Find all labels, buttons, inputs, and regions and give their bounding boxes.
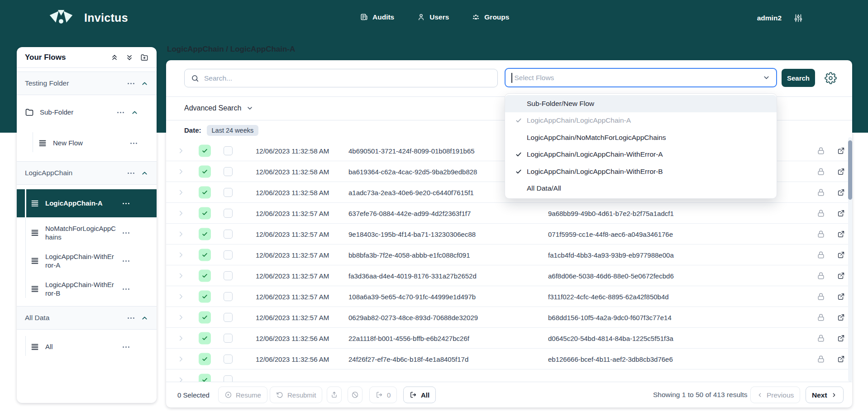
row-expand-chevron-icon[interactable]: [177, 209, 185, 217]
resume-button[interactable]: Resume: [218, 387, 267, 403]
chevron-down-icon[interactable]: [763, 74, 770, 81]
table-row[interactable]: 12/06/2023 11:32:57 AM 0629ab82-0273-48c…: [166, 307, 852, 328]
row-checkbox[interactable]: [224, 250, 233, 259]
gear-icon[interactable]: [825, 72, 837, 84]
sidebar-section-all-data[interactable]: All Data: [17, 306, 157, 330]
dropdown-option[interactable]: Sub-Folder/New Flow: [505, 95, 777, 112]
row-checkbox[interactable]: [224, 292, 233, 301]
folder-collapse-chevron-icon[interactable]: [131, 109, 138, 116]
external-link-icon[interactable]: [837, 167, 845, 176]
row-expand-chevron-icon[interactable]: [177, 168, 185, 176]
row-expand-chevron-icon[interactable]: [177, 230, 185, 238]
sidebar-section-testing-folder[interactable]: Testing Folder: [17, 72, 157, 95]
table-row[interactable]: 12/06/2023 11:32:57 AM 108a6a39-5e65-4c7…: [166, 286, 852, 307]
row-expand-chevron-icon[interactable]: [177, 251, 185, 259]
item-menu-icon[interactable]: [122, 199, 130, 208]
sidebar-item-all[interactable]: All: [17, 334, 157, 359]
row-checkbox[interactable]: [224, 334, 233, 343]
row-checkbox[interactable]: [224, 167, 233, 176]
section-menu-icon[interactable]: [127, 314, 135, 322]
table-row[interactable]: 12/06/2023 11:32:57 AM bb8bfa3b-7f2e-405…: [166, 244, 852, 265]
row-expand-chevron-icon[interactable]: [177, 147, 185, 155]
external-link-icon[interactable]: [837, 313, 845, 321]
resubmit-button[interactable]: Resubmit: [270, 387, 322, 403]
item-menu-icon[interactable]: [122, 343, 130, 351]
section-menu-icon[interactable]: [127, 169, 135, 177]
search-input[interactable]: [204, 74, 491, 82]
external-link-icon[interactable]: [837, 250, 845, 259]
sidebar-section-logicappchain[interactable]: LogicAppChain: [17, 161, 157, 185]
row-checkbox[interactable]: [224, 209, 233, 218]
row-expand-chevron-icon[interactable]: [177, 376, 185, 382]
table-row[interactable]: 12/06/2023 11:32:57 AM 9e18403c-195b-4f1…: [166, 224, 852, 244]
add-folder-icon[interactable]: [140, 53, 148, 62]
section-collapse-chevron-icon[interactable]: [141, 80, 148, 87]
preferences-sliders-icon[interactable]: [793, 13, 803, 23]
nav-groups[interactable]: Groups: [472, 13, 509, 21]
search-icon: [191, 74, 199, 82]
row-expand-chevron-icon[interactable]: [177, 313, 185, 321]
row-checkbox[interactable]: [224, 271, 233, 280]
row-checkbox[interactable]: [224, 375, 233, 382]
external-link-icon[interactable]: [837, 334, 845, 342]
table-row-partial[interactable]: [166, 369, 852, 382]
advanced-search-toggle[interactable]: Advanced Search: [184, 96, 253, 120]
expand-all-icon[interactable]: [125, 53, 134, 62]
item-menu-icon[interactable]: [122, 229, 130, 237]
sidebar-item-logicappchain-witherror-a[interactable]: LogicAppChain-WithError-A: [17, 248, 157, 273]
external-link-icon[interactable]: [837, 188, 845, 197]
item-menu-icon[interactable]: [122, 285, 130, 293]
row-expand-chevron-icon[interactable]: [177, 334, 185, 342]
row-expand-chevron-icon[interactable]: [177, 355, 185, 363]
sidebar-item-sub-folder[interactable]: Sub-Folder: [17, 100, 157, 125]
table-row[interactable]: 12/06/2023 11:32:57 AM fa3d36aa-d4e4-401…: [166, 265, 852, 286]
row-expand-chevron-icon[interactable]: [177, 292, 185, 301]
row-checkbox[interactable]: [224, 230, 233, 239]
previous-page-button[interactable]: Previous: [750, 387, 800, 403]
dropdown-option[interactable]: LogicAppChain/LogicAppChain-WithError-B: [505, 163, 777, 180]
username[interactable]: admin2: [757, 14, 782, 22]
select-flows-input[interactable]: [515, 74, 763, 82]
table-scrollbar-thumb[interactable]: [848, 140, 852, 200]
row-run-id: 108a6a39-5e65-4c70-91fc-44999e1d497b: [348, 292, 476, 300]
row-checkbox[interactable]: [224, 146, 233, 155]
table-row[interactable]: 12/06/2023 11:32:56 AM 24f26f27-ef7e-4b6…: [166, 349, 852, 369]
disable-button[interactable]: [348, 387, 362, 403]
row-checkbox[interactable]: [224, 188, 233, 197]
external-link-icon[interactable]: [837, 355, 845, 363]
row-expand-chevron-icon[interactable]: [177, 188, 185, 197]
sidebar-item-logicappchain-a[interactable]: LogicAppChain-A: [17, 189, 157, 217]
sidebar-item-logicappchain-witherror-b[interactable]: LogicAppChain-WithError-B: [17, 276, 157, 302]
table-row[interactable]: 12/06/2023 11:32:56 AM 22a1118f-b001-455…: [166, 328, 852, 349]
section-menu-icon[interactable]: [127, 79, 135, 88]
row-expand-chevron-icon[interactable]: [177, 272, 185, 280]
dropdown-option[interactable]: LogicAppChain/LogicAppChain-WithError-A: [505, 146, 777, 163]
row-checkbox[interactable]: [224, 355, 233, 364]
dropdown-option[interactable]: All Data/All: [505, 180, 777, 197]
row-checkbox[interactable]: [224, 313, 233, 322]
section-collapse-chevron-icon[interactable]: [141, 169, 148, 177]
share-button[interactable]: [327, 387, 342, 403]
table-row[interactable]: 12/06/2023 11:32:57 AM 637efe76-0884-442…: [166, 203, 852, 224]
external-link-icon[interactable]: [837, 209, 845, 217]
sidebar-item-new-flow[interactable]: New Flow: [17, 130, 157, 156]
nav-users[interactable]: Users: [417, 13, 449, 21]
nav-audits[interactable]: Audits: [360, 13, 394, 21]
external-link-icon[interactable]: [837, 292, 845, 301]
external-link-icon[interactable]: [837, 271, 845, 280]
item-menu-icon[interactable]: [129, 139, 138, 148]
item-menu-icon[interactable]: [116, 108, 125, 117]
date-filter-chip[interactable]: Last 24 weeks: [207, 125, 259, 136]
external-link-icon[interactable]: [837, 146, 845, 155]
export-count-button[interactable]: 0: [369, 387, 397, 403]
collapse-all-icon[interactable]: [110, 53, 119, 62]
section-collapse-chevron-icon[interactable]: [141, 314, 148, 322]
dropdown-option[interactable]: LogicAppChain/NoMatchForLogicAppChains: [505, 129, 777, 146]
external-link-icon[interactable]: [837, 230, 845, 238]
search-button[interactable]: Search: [782, 69, 815, 87]
dropdown-option[interactable]: LogicAppChain/LogicAppChain-A: [505, 112, 777, 129]
next-page-button[interactable]: Next: [806, 387, 844, 403]
item-menu-icon[interactable]: [122, 257, 130, 265]
sidebar-item-nomatchforlogicappchains[interactable]: NoMatchForLogicAppChains: [17, 220, 157, 245]
export-all-button[interactable]: All: [403, 387, 436, 403]
